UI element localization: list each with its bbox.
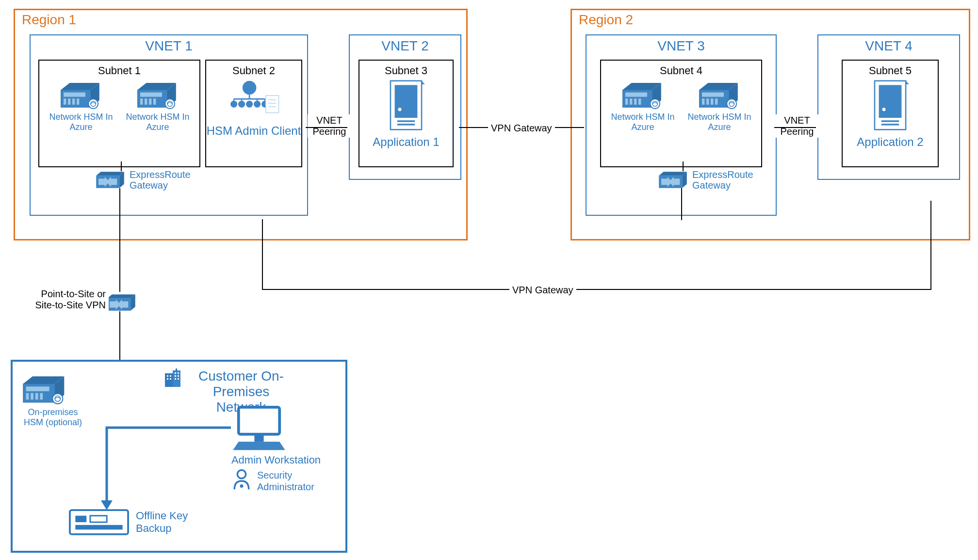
app-icon [387,80,425,130]
on-prem-hsm: On-premises HSM (optional) [21,374,84,427]
hsm-icon [621,81,665,110]
gateway-label: ExpressRoute Gateway [692,169,750,191]
arrow-connector [97,410,233,517]
expressroute-gateway-1: ExpressRoute Gateway [95,169,188,191]
hsm-caption: Network HSM In Azure [47,112,115,132]
vnet-1: VNET 1 Subnet 1 Network HSM In Azure Net… [30,34,308,216]
subnet-5: Subnet 5 Application 2 [842,60,939,167]
building-icon [163,368,182,388]
load-balancer-icon [225,80,283,119]
hsm-item: Network HSM In Azure [609,81,677,132]
gateway-icon [95,169,126,191]
vpn-gateway-label-2: VPN Gateway [509,284,576,296]
connector-line [119,311,120,360]
expressroute-gateway-2: ExpressRoute Gateway [657,169,750,191]
app-2-label: Application 2 [843,135,938,149]
admin-workstation-label: Admin Workstation [230,454,322,466]
connector-line [930,201,931,290]
vnet-4-title: VNET 4 [818,38,959,54]
connector-line [306,127,347,128]
vnet-2: VNET 2 Subnet 3 Application 1 [349,34,461,180]
on-premises-network: On-premises HSM (optional) Customer On-P… [11,360,347,553]
hsm-caption: Network HSM In Azure [124,112,192,132]
admin-workstation: Admin Workstation [230,405,322,466]
subnet-2-title: Subnet 2 [206,64,301,77]
region-1: Region 1 VNET 1 Subnet 1 Network HSM In … [14,9,468,240]
hsm-caption: Network HSM In Azure [685,112,753,132]
app-1-label: Application 1 [359,135,453,149]
security-administrator-label: Security Administrator [257,469,315,493]
hsm-icon [59,81,103,110]
svg-marker-59 [101,500,113,510]
subnet-3: Subnet 3 Application 1 [359,60,454,167]
connector-line [683,161,684,171]
region-2: Region 2 VNET 3 Subnet 4 Network HSM In … [570,9,970,240]
hsm-item: Network HSM In Azure [124,81,192,132]
workstation-icon [230,405,288,452]
vnet-2-title: VNET 2 [350,38,460,54]
gateway-icon [106,292,137,313]
subnet-1: Subnet 1 Network HSM In Azure Network HS… [38,60,200,167]
connector-line [119,188,120,292]
region-1-title: Region 1 [22,12,76,28]
user-icon [231,468,252,494]
hsm-caption: Network HSM In Azure [609,112,677,132]
offline-key-backup-label: Offline Key Backup [136,510,194,535]
offline-key-backup: Offline Key Backup [69,509,194,535]
hsm-icon [136,81,179,110]
vnet-1-title: VNET 1 [31,38,307,54]
hsm-icon [21,374,68,405]
app-icon [871,80,910,130]
vnet-4: VNET 4 Subnet 5 Application 2 [817,34,960,180]
vnet-peering-label-2: VNET Peering [775,114,819,138]
subnet-4-title: Subnet 4 [601,64,761,77]
hsm-item: Network HSM In Azure [685,81,753,132]
vpn-gateway-label-1: VPN Gateway [488,122,555,134]
vnet-3-title: VNET 3 [587,38,776,54]
subnet-3-title: Subnet 3 [359,64,453,77]
on-prem-hsm-label: On-premises HSM (optional) [21,407,84,427]
region-2-title: Region 2 [579,12,633,28]
connector-line [262,289,931,290]
subnet-2: Subnet 2 HSM Admin Client [205,60,302,167]
hsm-icon [698,81,741,110]
subnet-4: Subnet 4 Network HSM In Azure Network HS… [600,60,762,167]
gateway-label: ExpressRoute Gateway [130,169,188,191]
vpn-type-label: Point-to-Site or Site-to-Site VPN [17,288,109,311]
connector-line [121,161,122,171]
subnet-5-title: Subnet 5 [843,64,938,77]
connector-line [774,127,816,128]
hsm-item: Network HSM In Azure [47,81,115,132]
vnet-peering-label-1: VNET Peering [308,114,351,138]
connector-line [681,188,682,220]
connector-line [262,219,263,290]
subnet-1-title: Subnet 1 [39,64,199,77]
backup-device-icon [69,509,129,535]
gateway-icon [657,169,688,191]
security-administrator: Security Administrator [231,468,315,494]
hsm-admin-client-label: HSM Admin Client [206,125,301,137]
